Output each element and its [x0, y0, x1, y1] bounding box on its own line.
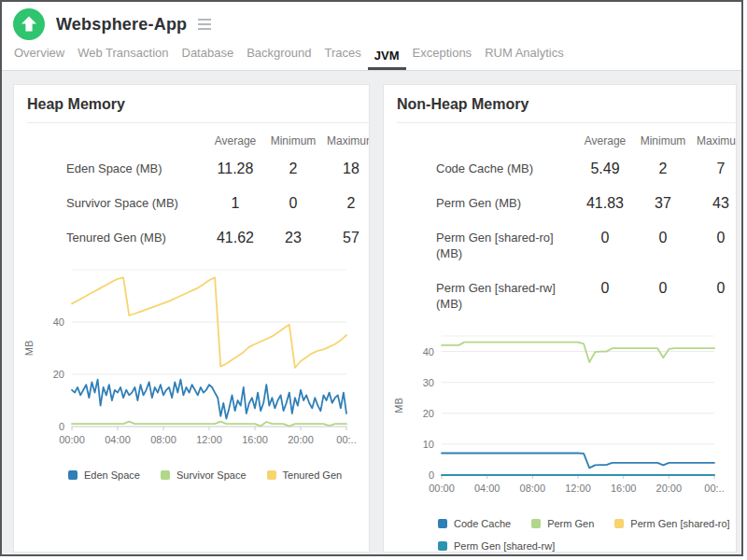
metric-minimum: 2: [634, 161, 692, 176]
column-header-minimum: Minimum: [634, 134, 692, 147]
table-row: Perm Gen (MB)41.833743: [436, 186, 736, 220]
svg-text:04:00: 04:00: [474, 483, 500, 494]
panel-divider: [397, 122, 736, 123]
metric-label: Eden Space (MB): [66, 161, 206, 176]
svg-text:16:00: 16:00: [242, 434, 268, 445]
metric-label: Code Cache (MB): [436, 161, 576, 176]
metric-minimum: 0: [634, 230, 692, 245]
panel-title: Non-Heap Memory: [397, 96, 723, 113]
legend-item-tenured-gen[interactable]: Tenured Gen: [267, 469, 343, 481]
column-header-average: Average: [576, 134, 634, 147]
metric-minimum: 0: [634, 280, 692, 296]
svg-text:20:00: 20:00: [288, 434, 314, 445]
svg-text:20: 20: [53, 369, 64, 380]
svg-text:0: 0: [59, 421, 64, 432]
app-title: Websphere-App: [56, 15, 187, 35]
dashboard-content: Heap Memory AverageMinimumMaximumEden Sp…: [2, 71, 741, 556]
legend-item-eden-space[interactable]: Eden Space: [68, 469, 140, 481]
svg-text:00:..: 00:..: [704, 483, 724, 494]
tab-exceptions[interactable]: Exceptions: [406, 46, 479, 70]
legend-label: Eden Space: [84, 469, 140, 481]
metric-label: Perm Gen [shared-rw] (MB): [436, 280, 576, 312]
line-chart-canvas: 0204000:0004:0008:0012:0016:0020:0000:..…: [20, 264, 359, 451]
svg-text:20: 20: [423, 408, 434, 419]
table-header-row: AverageMinimumMaximum: [436, 129, 736, 151]
app-status-icon: [13, 8, 45, 40]
legend-item-code-cache[interactable]: Code Cache: [438, 518, 511, 529]
svg-text:40: 40: [423, 346, 434, 357]
legend-label: Code Cache: [454, 518, 511, 529]
tab-rum-analytics[interactable]: RUM Analytics: [478, 46, 571, 70]
table-row: Perm Gen [shared-ro] (MB)000: [436, 220, 736, 271]
svg-text:40: 40: [53, 316, 64, 328]
tab-database[interactable]: Database: [176, 46, 241, 70]
non-heap-memory-table: AverageMinimumMaximumCode Cache (MB)5.49…: [436, 129, 736, 321]
metric-label: Tenured Gen (MB): [66, 230, 206, 245]
legend-swatch-icon: [161, 470, 170, 480]
legend-swatch-icon: [267, 470, 276, 480]
heap-memory-chart: 0204000:0004:0008:0012:0016:0020:0000:..…: [20, 264, 369, 455]
legend-label: Tenured Gen: [283, 469, 343, 481]
svg-text:10: 10: [423, 439, 434, 450]
non-heap-memory-panel: Non-Heap Memory AverageMinimumMaximumCod…: [383, 84, 737, 553]
column-header-minimum: Minimum: [264, 134, 322, 147]
metric-average: 1: [206, 195, 264, 211]
heap-memory-panel: Heap Memory AverageMinimumMaximumEden Sp…: [13, 84, 370, 553]
panel-divider: [27, 122, 369, 123]
legend-label: Survivor Space: [176, 469, 247, 481]
metric-average: 41.62: [206, 230, 264, 245]
svg-text:MB: MB: [393, 398, 404, 413]
app-window: Websphere-App OverviewWeb TransactionDat…: [0, 0, 743, 556]
metric-label: Perm Gen (MB): [436, 195, 576, 211]
metric-average: 41.83: [576, 195, 634, 211]
tab-traces[interactable]: Traces: [318, 46, 368, 70]
non-heap-memory-legend: Code CachePerm GenPerm Gen [shared-ro]Pe…: [438, 518, 736, 552]
svg-text:12:00: 12:00: [565, 483, 591, 494]
metric-minimum: 23: [264, 230, 322, 245]
metric-average: 0: [576, 280, 634, 296]
metric-maximum: 2: [322, 195, 370, 211]
tab-bar: OverviewWeb TransactionDatabaseBackgroun…: [2, 47, 741, 71]
legend-label: Perm Gen [shared-rw]: [454, 540, 555, 552]
metric-maximum: 7: [692, 161, 737, 176]
legend-swatch-icon: [68, 470, 78, 480]
metric-minimum: 2: [264, 161, 322, 176]
legend-item-survivor-space[interactable]: Survivor Space: [161, 469, 247, 481]
table-header-row: AverageMinimumMaximum: [66, 129, 369, 151]
metric-average: 5.49: [576, 161, 634, 176]
non-heap-memory-chart: 01020304000:0004:0008:0012:0016:0020:000…: [389, 330, 736, 503]
svg-text:16:00: 16:00: [611, 483, 637, 494]
legend-swatch-icon: [438, 541, 447, 551]
app-header: Websphere-App: [2, 2, 741, 47]
tab-web-transaction[interactable]: Web Transaction: [71, 46, 175, 70]
legend-item-perm-gen-shared-rw[interactable]: Perm Gen [shared-rw]: [438, 540, 555, 552]
menu-icon[interactable]: [196, 15, 213, 34]
tab-background[interactable]: Background: [240, 46, 317, 70]
metric-maximum: 0: [692, 230, 737, 245]
metric-maximum: 0: [692, 280, 737, 296]
metric-average: 11.28: [206, 161, 264, 176]
tab-jvm[interactable]: JVM: [368, 49, 406, 70]
metric-average: 0: [576, 230, 634, 245]
legend-item-perm-gen[interactable]: Perm Gen: [531, 518, 594, 529]
legend-swatch-icon: [614, 519, 624, 528]
metric-label: Perm Gen [shared-ro] (MB): [436, 230, 576, 261]
svg-text:04:00: 04:00: [105, 434, 131, 445]
svg-text:12:00: 12:00: [196, 434, 222, 445]
svg-text:00:00: 00:00: [429, 483, 455, 494]
heap-memory-legend: Eden SpaceSurvivor SpaceTenured Gen: [68, 469, 369, 481]
column-header-average: Average: [206, 134, 264, 147]
metric-minimum: 37: [634, 195, 692, 211]
svg-text:00:00: 00:00: [59, 434, 85, 445]
tab-overview[interactable]: Overview: [7, 46, 71, 70]
table-row: Eden Space (MB)11.28218: [66, 151, 369, 186]
table-row: Perm Gen [shared-rw] (MB)000: [436, 271, 736, 321]
heap-memory-table: AverageMinimumMaximumEden Space (MB)11.2…: [66, 129, 369, 255]
legend-item-perm-gen-shared-ro[interactable]: Perm Gen [shared-ro]: [614, 518, 729, 529]
svg-text:08:00: 08:00: [150, 434, 176, 445]
svg-text:30: 30: [423, 377, 434, 388]
legend-swatch-icon: [531, 519, 541, 528]
svg-text:MB: MB: [23, 341, 35, 357]
table-row: Tenured Gen (MB)41.622357: [66, 220, 369, 255]
legend-swatch-icon: [438, 519, 447, 528]
